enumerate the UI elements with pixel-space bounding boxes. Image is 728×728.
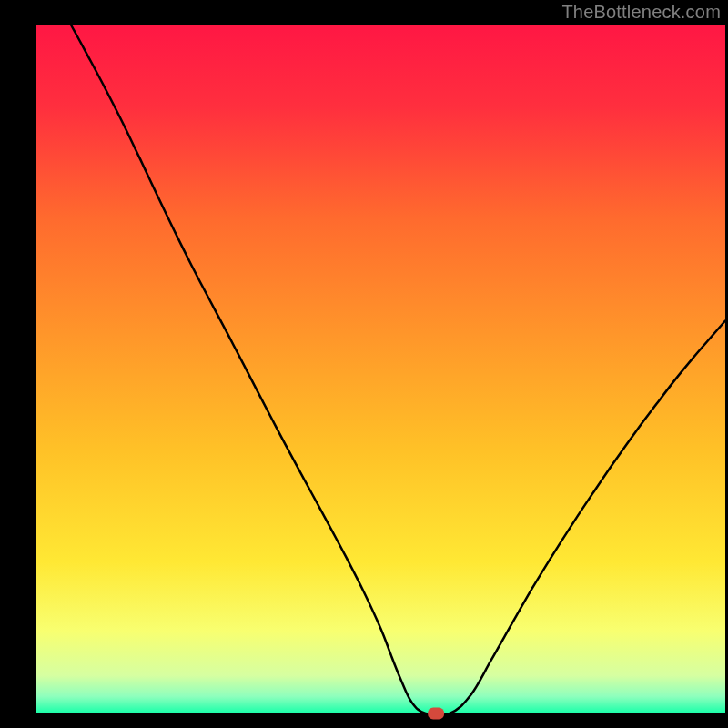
watermark-text: TheBottleneck.com [561, 2, 721, 23]
minimum-marker [428, 708, 444, 720]
chart-container: TheBottleneck.com [0, 0, 728, 728]
bottleneck-chart [0, 0, 728, 728]
gradient-panel [36, 25, 725, 713]
